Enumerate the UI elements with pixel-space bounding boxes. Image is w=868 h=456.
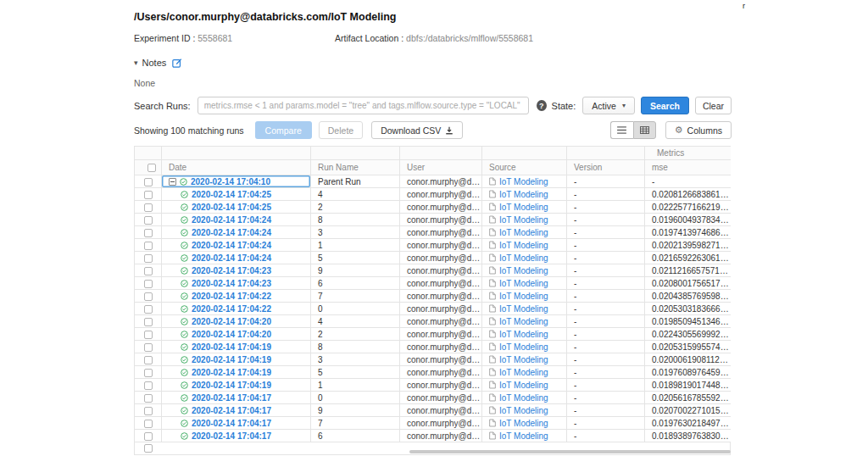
run-source-link[interactable]: IoT Modeling	[499, 215, 548, 225]
horizontal-scrollbar[interactable]	[134, 450, 731, 454]
table-row[interactable]: 2020-02-14 17:04:179conor.murphy@databri…	[135, 404, 732, 417]
help-icon[interactable]: ?	[537, 100, 547, 111]
run-source-link[interactable]: IoT Modeling	[499, 253, 548, 263]
row-checkbox[interactable]	[144, 331, 153, 339]
collapse-run-icon[interactable]	[169, 178, 176, 186]
delete-button[interactable]: Delete	[319, 121, 363, 139]
scrollbar-thumb[interactable]	[409, 450, 731, 453]
table-row[interactable]: 2020-02-14 17:04:176conor.murphy@databri…	[135, 430, 732, 442]
table-row[interactable]: 2020-02-14 17:04:193conor.murphy@databri…	[135, 353, 732, 366]
run-date-link[interactable]: 2020-02-14 17:04:24	[192, 253, 271, 263]
table-row[interactable]: 2020-02-14 17:04:170conor.murphy@databri…	[135, 392, 732, 404]
table-row[interactable]: 2020-02-14 17:04:191conor.murphy@databri…	[135, 379, 732, 392]
run-date-link[interactable]: 2020-02-14 17:04:23	[192, 266, 271, 275]
row-checkbox[interactable]	[144, 280, 153, 288]
run-source-link[interactable]: IoT Modeling	[499, 355, 548, 364]
run-date-link[interactable]: 2020-02-14 17:04:10	[191, 177, 270, 186]
run-date-link[interactable]: 2020-02-14 17:04:17	[192, 431, 271, 441]
select-all-checkbox[interactable]	[147, 164, 156, 172]
run-date-link[interactable]: 2020-02-14 17:04:20	[192, 330, 271, 339]
row-checkbox[interactable]	[144, 254, 153, 263]
run-source-link[interactable]: IoT Modeling	[499, 292, 548, 301]
run-source-link[interactable]: IoT Modeling	[499, 381, 548, 390]
run-source-link[interactable]: IoT Modeling	[499, 177, 548, 186]
table-row[interactable]: 2020-02-14 17:04:220conor.murphy@databri…	[135, 303, 732, 315]
run-source-link[interactable]: IoT Modeling	[499, 317, 548, 326]
column-header-mse[interactable]: mse	[645, 160, 732, 175]
run-date-link[interactable]: 2020-02-14 17:04:20	[192, 317, 271, 326]
run-date-link[interactable]: 2020-02-14 17:04:19	[192, 368, 271, 377]
table-row[interactable]: 2020-02-14 17:04:202conor.murphy@databri…	[135, 328, 732, 341]
run-date-link[interactable]: 2020-02-14 17:04:17	[192, 393, 271, 403]
run-date-link[interactable]: 2020-02-14 17:04:25	[192, 203, 271, 212]
table-row[interactable]: 2020-02-14 17:04:204conor.murphy@databri…	[135, 315, 732, 328]
row-checkbox[interactable]	[144, 203, 153, 212]
row-checkbox[interactable]	[144, 267, 153, 275]
table-row[interactable]: 2020-02-14 17:04:10Parent Runconor.murph…	[135, 175, 732, 188]
row-checkbox[interactable]	[144, 407, 153, 415]
row-checkbox[interactable]	[144, 292, 153, 301]
row-checkbox[interactable]	[144, 369, 153, 377]
row-checkbox[interactable]	[144, 229, 153, 237]
row-checkbox[interactable]	[144, 318, 153, 326]
list-view-button[interactable]	[610, 121, 633, 139]
run-source-link[interactable]: IoT Modeling	[499, 266, 548, 275]
search-input[interactable]	[198, 97, 529, 114]
run-source-link[interactable]: IoT Modeling	[499, 406, 548, 415]
table-row[interactable]: 2020-02-14 17:04:252conor.murphy@databri…	[135, 201, 732, 214]
table-row[interactable]: 2020-02-14 17:04:241conor.murphy@databri…	[135, 239, 732, 252]
edit-notes-icon[interactable]	[172, 58, 182, 68]
clear-button[interactable]: Clear	[695, 97, 732, 114]
run-source-link[interactable]: IoT Modeling	[499, 419, 548, 428]
table-row[interactable]: 2020-02-14 17:04:243conor.murphy@databri…	[135, 226, 732, 239]
row-checkbox[interactable]	[144, 381, 153, 390]
run-source-link[interactable]: IoT Modeling	[499, 279, 548, 288]
run-date-link[interactable]: 2020-02-14 17:04:24	[192, 215, 271, 225]
table-row[interactable]: 2020-02-14 17:04:195conor.murphy@databri…	[135, 366, 732, 379]
run-date-link[interactable]: 2020-02-14 17:04:24	[192, 228, 271, 237]
row-checkbox[interactable]	[144, 178, 153, 186]
row-checkbox[interactable]	[144, 191, 153, 199]
run-date-link[interactable]: 2020-02-14 17:04:17	[192, 406, 271, 415]
run-date-link[interactable]: 2020-02-14 17:04:22	[192, 304, 271, 314]
run-source-link[interactable]: IoT Modeling	[499, 228, 548, 237]
row-checkbox[interactable]	[144, 242, 153, 250]
run-date-link[interactable]: 2020-02-14 17:04:24	[192, 241, 271, 250]
run-date-link[interactable]: 2020-02-14 17:04:23	[192, 279, 271, 288]
state-dropdown[interactable]: Active ▾	[582, 97, 635, 114]
run-date-link[interactable]: 2020-02-14 17:04:25	[192, 190, 271, 199]
run-source-link[interactable]: IoT Modeling	[499, 203, 548, 212]
search-button[interactable]: Search	[641, 97, 689, 114]
run-source-link[interactable]: IoT Modeling	[499, 304, 548, 314]
column-header-version[interactable]: Version	[567, 160, 645, 175]
column-header-user[interactable]: User	[400, 160, 482, 175]
grid-view-button[interactable]	[633, 121, 656, 139]
columns-button[interactable]: ⚙ Columns	[665, 121, 732, 139]
run-source-link[interactable]: IoT Modeling	[499, 330, 548, 339]
run-source-link[interactable]: IoT Modeling	[499, 342, 548, 352]
row-checkbox[interactable]	[144, 343, 153, 352]
run-date-link[interactable]: 2020-02-14 17:04:17	[192, 419, 271, 428]
table-row[interactable]: 2020-02-14 17:04:227conor.murphy@databri…	[135, 290, 732, 303]
run-source-link[interactable]: IoT Modeling	[499, 190, 548, 199]
table-row[interactable]: 2020-02-14 17:04:248conor.murphy@databri…	[135, 214, 732, 226]
collapse-caret-icon[interactable]: ▾	[134, 58, 138, 67]
row-checkbox[interactable]	[144, 432, 153, 441]
run-source-link[interactable]: IoT Modeling	[499, 241, 548, 250]
run-date-link[interactable]: 2020-02-14 17:04:19	[192, 381, 271, 390]
run-source-link[interactable]: IoT Modeling	[499, 393, 548, 403]
row-checkbox[interactable]	[144, 305, 153, 314]
run-date-link[interactable]: 2020-02-14 17:04:19	[192, 355, 271, 364]
run-source-link[interactable]: IoT Modeling	[499, 431, 548, 441]
table-row[interactable]: 2020-02-14 17:04:254conor.murphy@databri…	[135, 188, 732, 201]
run-source-link[interactable]: IoT Modeling	[499, 368, 548, 377]
table-row[interactable]: 2020-02-14 17:04:198conor.murphy@databri…	[135, 341, 732, 353]
run-date-link[interactable]: 2020-02-14 17:04:19	[192, 342, 271, 352]
column-header-run-name[interactable]: Run Name	[311, 160, 400, 175]
table-row[interactable]: 2020-02-14 17:04:236conor.murphy@databri…	[135, 277, 732, 290]
column-header-date[interactable]: Date	[162, 160, 311, 175]
row-checkbox[interactable]	[144, 394, 153, 403]
run-date-link[interactable]: 2020-02-14 17:04:22	[192, 292, 271, 301]
compare-button[interactable]: Compare	[255, 121, 312, 139]
table-row[interactable]: 2020-02-14 17:04:245conor.murphy@databri…	[135, 252, 732, 264]
